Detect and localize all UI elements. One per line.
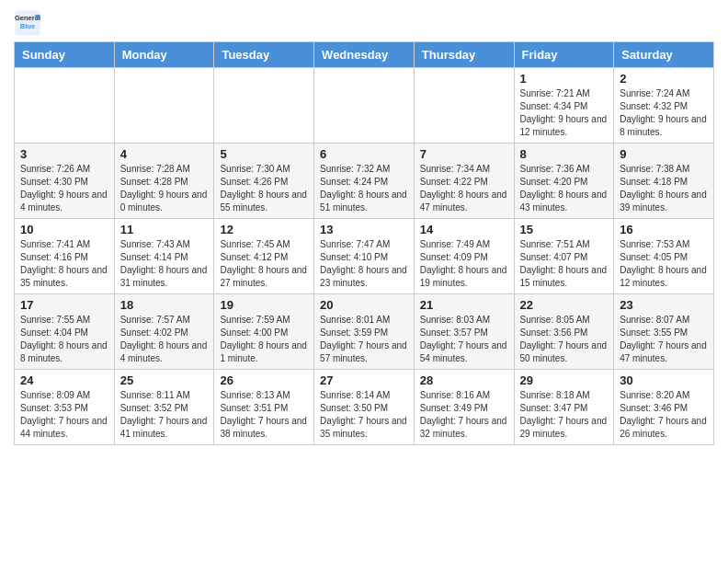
day-number: 9	[620, 147, 708, 161]
day-info: Sunrise: 7:43 AM Sunset: 4:14 PM Dayligh…	[120, 238, 209, 290]
day-number: 19	[220, 298, 308, 312]
svg-text:Blue: Blue	[20, 22, 35, 30]
day-info: Sunrise: 7:38 AM Sunset: 4:18 PM Dayligh…	[620, 163, 708, 214]
day-info: Sunrise: 8:05 AM Sunset: 3:56 PM Dayligh…	[520, 314, 609, 365]
calendar-header-row: SundayMondayTuesdayWednesdayThursdayFrid…	[15, 42, 714, 68]
day-info: Sunrise: 8:01 AM Sunset: 3:59 PM Dayligh…	[320, 314, 408, 365]
calendar-day-header: Tuesday	[214, 42, 314, 68]
calendar-header: SundayMondayTuesdayWednesdayThursdayFrid…	[15, 42, 714, 68]
day-info: Sunrise: 7:34 AM Sunset: 4:22 PM Dayligh…	[420, 163, 508, 214]
day-info: Sunrise: 7:24 AM Sunset: 4:32 PM Dayligh…	[620, 87, 708, 139]
calendar-cell: 29Sunrise: 8:18 AM Sunset: 3:47 PM Dayli…	[514, 370, 614, 445]
day-number: 16	[620, 223, 708, 236]
calendar-week-row: 10Sunrise: 7:41 AM Sunset: 4:16 PM Dayli…	[15, 219, 714, 294]
day-number: 1	[520, 72, 609, 86]
calendar-cell	[114, 68, 214, 144]
day-number: 27	[320, 373, 408, 387]
calendar-cell	[314, 68, 415, 144]
page-container: General Blue SundayMondayTuesdayWednesda…	[0, 0, 728, 454]
calendar-cell: 28Sunrise: 8:16 AM Sunset: 3:49 PM Dayli…	[414, 370, 514, 445]
day-info: Sunrise: 7:45 AM Sunset: 4:12 PM Dayligh…	[220, 238, 308, 290]
calendar-cell: 8Sunrise: 7:36 AM Sunset: 4:20 PM Daylig…	[514, 144, 614, 219]
calendar-cell: 15Sunrise: 7:51 AM Sunset: 4:07 PM Dayli…	[514, 219, 614, 294]
day-number: 18	[120, 298, 209, 312]
day-number: 2	[620, 72, 708, 86]
day-number: 13	[320, 223, 408, 236]
day-number: 28	[420, 373, 508, 387]
day-number: 20	[320, 298, 408, 312]
day-info: Sunrise: 7:41 AM Sunset: 4:16 PM Dayligh…	[20, 238, 108, 290]
calendar-cell: 22Sunrise: 8:05 AM Sunset: 3:56 PM Dayli…	[514, 294, 614, 370]
calendar-cell	[414, 68, 514, 144]
day-number: 23	[620, 298, 708, 312]
day-number: 14	[420, 223, 508, 236]
day-info: Sunrise: 8:13 AM Sunset: 3:51 PM Dayligh…	[220, 389, 308, 441]
calendar-cell: 11Sunrise: 7:43 AM Sunset: 4:14 PM Dayli…	[114, 219, 214, 294]
day-number: 10	[20, 223, 108, 236]
calendar-cell: 5Sunrise: 7:30 AM Sunset: 4:26 PM Daylig…	[214, 144, 314, 219]
calendar-day-header: Sunday	[15, 42, 115, 68]
day-info: Sunrise: 7:49 AM Sunset: 4:09 PM Dayligh…	[420, 238, 508, 290]
calendar-cell: 13Sunrise: 7:47 AM Sunset: 4:10 PM Dayli…	[314, 219, 415, 294]
day-number: 17	[20, 298, 108, 312]
logo: General Blue	[14, 9, 43, 37]
calendar-cell: 12Sunrise: 7:45 AM Sunset: 4:12 PM Dayli…	[214, 219, 314, 294]
calendar-table: SundayMondayTuesdayWednesdayThursdayFrid…	[14, 41, 714, 445]
calendar-cell: 23Sunrise: 8:07 AM Sunset: 3:55 PM Dayli…	[614, 294, 714, 370]
calendar-cell: 2Sunrise: 7:24 AM Sunset: 4:32 PM Daylig…	[614, 68, 714, 144]
day-info: Sunrise: 7:21 AM Sunset: 4:34 PM Dayligh…	[520, 87, 609, 139]
day-number: 15	[520, 223, 609, 236]
calendar-week-row: 3Sunrise: 7:26 AM Sunset: 4:30 PM Daylig…	[15, 144, 714, 219]
day-number: 25	[120, 373, 209, 387]
calendar-cell: 16Sunrise: 7:53 AM Sunset: 4:05 PM Dayli…	[614, 219, 714, 294]
day-number: 6	[320, 147, 408, 161]
calendar-cell: 10Sunrise: 7:41 AM Sunset: 4:16 PM Dayli…	[15, 219, 115, 294]
logo-icon: General Blue	[14, 9, 41, 37]
day-number: 4	[120, 147, 209, 161]
day-number: 29	[520, 373, 609, 387]
calendar-day-header: Saturday	[614, 42, 714, 68]
day-info: Sunrise: 7:47 AM Sunset: 4:10 PM Dayligh…	[320, 238, 408, 290]
day-number: 30	[620, 373, 708, 387]
day-number: 26	[220, 373, 308, 387]
day-info: Sunrise: 8:18 AM Sunset: 3:47 PM Dayligh…	[520, 389, 609, 441]
day-number: 3	[20, 147, 108, 161]
calendar-cell: 30Sunrise: 8:20 AM Sunset: 3:46 PM Dayli…	[614, 370, 714, 445]
day-info: Sunrise: 7:55 AM Sunset: 4:04 PM Dayligh…	[20, 314, 108, 365]
day-info: Sunrise: 8:11 AM Sunset: 3:52 PM Dayligh…	[120, 389, 209, 441]
calendar-cell: 20Sunrise: 8:01 AM Sunset: 3:59 PM Dayli…	[314, 294, 415, 370]
calendar-cell: 27Sunrise: 8:14 AM Sunset: 3:50 PM Dayli…	[314, 370, 415, 445]
calendar-day-header: Wednesday	[314, 42, 415, 68]
calendar-cell: 3Sunrise: 7:26 AM Sunset: 4:30 PM Daylig…	[15, 144, 115, 219]
day-info: Sunrise: 7:26 AM Sunset: 4:30 PM Dayligh…	[20, 163, 108, 214]
calendar-body: 1Sunrise: 7:21 AM Sunset: 4:34 PM Daylig…	[15, 68, 714, 445]
calendar-cell: 26Sunrise: 8:13 AM Sunset: 3:51 PM Dayli…	[214, 370, 314, 445]
day-info: Sunrise: 8:03 AM Sunset: 3:57 PM Dayligh…	[420, 314, 508, 365]
day-info: Sunrise: 8:20 AM Sunset: 3:46 PM Dayligh…	[620, 389, 708, 441]
day-info: Sunrise: 7:30 AM Sunset: 4:26 PM Dayligh…	[220, 163, 308, 214]
day-number: 8	[520, 147, 609, 161]
calendar-cell: 17Sunrise: 7:55 AM Sunset: 4:04 PM Dayli…	[15, 294, 115, 370]
calendar-cell: 14Sunrise: 7:49 AM Sunset: 4:09 PM Dayli…	[414, 219, 514, 294]
day-info: Sunrise: 8:14 AM Sunset: 3:50 PM Dayligh…	[320, 389, 408, 441]
calendar-cell: 18Sunrise: 7:57 AM Sunset: 4:02 PM Dayli…	[114, 294, 214, 370]
day-number: 7	[420, 147, 508, 161]
calendar-cell: 6Sunrise: 7:32 AM Sunset: 4:24 PM Daylig…	[314, 144, 415, 219]
calendar-cell: 25Sunrise: 8:11 AM Sunset: 3:52 PM Dayli…	[114, 370, 214, 445]
calendar-cell: 4Sunrise: 7:28 AM Sunset: 4:28 PM Daylig…	[114, 144, 214, 219]
day-info: Sunrise: 7:28 AM Sunset: 4:28 PM Dayligh…	[120, 163, 209, 214]
day-info: Sunrise: 7:57 AM Sunset: 4:02 PM Dayligh…	[120, 314, 209, 365]
day-info: Sunrise: 7:32 AM Sunset: 4:24 PM Dayligh…	[320, 163, 408, 214]
calendar-day-header: Thursday	[414, 42, 514, 68]
day-info: Sunrise: 7:59 AM Sunset: 4:00 PM Dayligh…	[220, 314, 308, 365]
calendar-cell: 7Sunrise: 7:34 AM Sunset: 4:22 PM Daylig…	[414, 144, 514, 219]
day-number: 12	[220, 223, 308, 236]
calendar-week-row: 1Sunrise: 7:21 AM Sunset: 4:34 PM Daylig…	[15, 68, 714, 144]
calendar-cell	[15, 68, 115, 144]
day-info: Sunrise: 7:51 AM Sunset: 4:07 PM Dayligh…	[520, 238, 609, 290]
calendar-day-header: Monday	[114, 42, 214, 68]
calendar-cell	[214, 68, 314, 144]
day-info: Sunrise: 8:09 AM Sunset: 3:53 PM Dayligh…	[20, 389, 108, 441]
calendar-cell: 9Sunrise: 7:38 AM Sunset: 4:18 PM Daylig…	[614, 144, 714, 219]
page-header: General Blue	[14, 9, 714, 37]
